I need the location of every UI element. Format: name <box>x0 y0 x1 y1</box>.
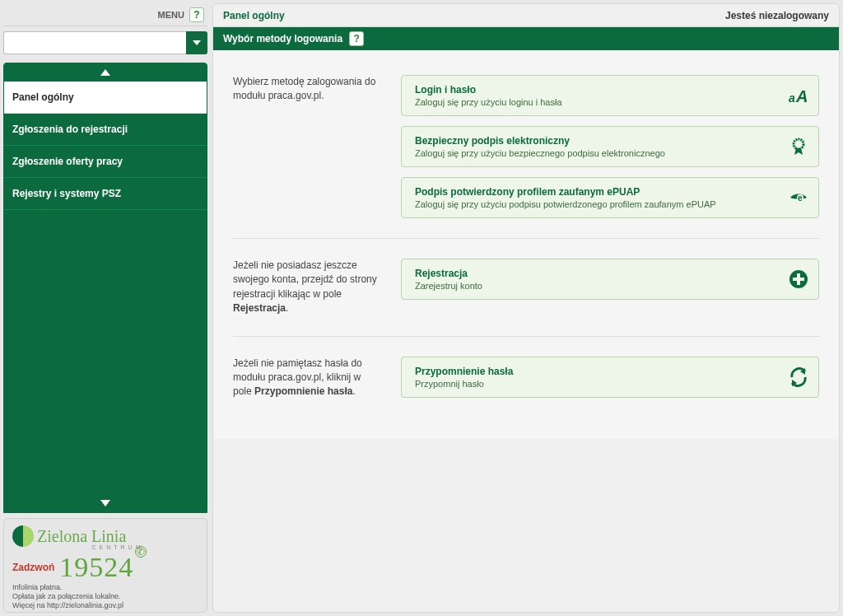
search-dropdown-button[interactable] <box>186 31 207 54</box>
promo-number: 19524✆ <box>59 552 147 583</box>
promo-title: Zielona Linia <box>37 527 126 546</box>
promo-box: Zielona Linia CENTRUM Zadzwoń 19524✆ Inf… <box>3 518 207 613</box>
promo-line3: Więcej na http://zielonalinia.gov.pl <box>12 601 198 610</box>
option-electronic-signature[interactable]: Bezpieczny podpis elektroniczny Zaloguj … <box>401 126 819 167</box>
option-title: Przypomnienie hasła <box>415 366 777 377</box>
refresh-icon <box>789 367 808 387</box>
option-title: Bezpieczny podpis elektroniczny <box>415 135 777 147</box>
top-menu-bar: MENU ? <box>3 3 207 26</box>
section-login-method: Wybierz metodę zalogowania do modułu pra… <box>233 70 819 239</box>
option-subtitle: Przypomnij hasło <box>415 379 777 389</box>
option-register[interactable]: Rejestracja Zarejestruj konto <box>401 259 819 300</box>
promo-call-label: Zadzwoń <box>12 562 54 573</box>
option-subtitle: Zaloguj się przy użyciu bezpiecznego pod… <box>415 148 777 158</box>
help-icon[interactable]: ? <box>189 7 204 22</box>
option-title: Podpis potwierdzony profilem zaufanym eP… <box>415 186 777 198</box>
sidebar-item-panel-ogolny[interactable]: Panel ogólny <box>4 82 207 114</box>
promo-line2: Opłata jak za połączenia lokalne. <box>12 592 198 601</box>
sidebar-nav: Panel ogólny Zgłoszenia do rejestracji Z… <box>3 63 207 513</box>
svg-rect-10 <box>793 278 804 281</box>
svg-text:e: e <box>798 194 803 203</box>
nav-scroll-down[interactable] <box>4 494 207 512</box>
content-subheader: Wybór metody logowania ? <box>213 27 839 50</box>
option-forgot-password[interactable]: Przypomnienie hasła Przypomnij hasło <box>401 357 819 398</box>
plus-circle-icon <box>789 269 808 289</box>
svg-marker-0 <box>193 40 201 45</box>
phone-icon: ✆ <box>135 546 147 558</box>
section-register: Jeżeli nie posiadasz jeszcze swojego kon… <box>233 239 819 337</box>
promo-logo-icon <box>12 525 34 547</box>
section-desc: Jeżeli nie posiadasz jeszcze swojego kon… <box>233 259 381 316</box>
nav-scroll-up[interactable] <box>4 63 207 82</box>
sidebar-item-rejestry-psz[interactable]: Rejestry i systemy PSZ <box>4 178 207 210</box>
option-login-password[interactable]: Login i hasło Zaloguj się przy użyciu lo… <box>401 75 819 116</box>
content-header: Panel ogólny Jesteś niezalogowany <box>213 4 839 27</box>
svg-marker-2 <box>100 500 110 506</box>
help-icon[interactable]: ? <box>349 31 364 46</box>
search-input[interactable] <box>3 31 186 54</box>
option-subtitle: Zarejestruj konto <box>415 281 777 291</box>
svg-text:A: A <box>795 87 808 105</box>
epuap-icon: e <box>789 188 808 208</box>
menu-label[interactable]: MENU <box>158 10 184 20</box>
option-title: Rejestracja <box>415 268 777 279</box>
login-status: Jesteś niezalogowany <box>725 10 829 21</box>
section-desc: Wybierz metodę zalogowania do modułu pra… <box>233 75 381 218</box>
svg-point-5 <box>794 139 803 149</box>
text-size-icon: aA <box>789 86 808 105</box>
svg-marker-1 <box>100 69 110 76</box>
svg-text:a: a <box>789 91 795 105</box>
option-epuap[interactable]: Podpis potwierdzony profilem zaufanym eP… <box>401 177 819 218</box>
section-desc: Jeżeli nie pamiętasz hasła do modułu pra… <box>233 357 381 399</box>
nav-filler <box>4 288 207 495</box>
certificate-icon <box>789 137 808 156</box>
promo-line1: Infolinia płatna. <box>12 583 198 592</box>
sidebar-item-zgloszenie-oferty[interactable]: Zgłoszenie oferty pracy <box>4 146 207 178</box>
section-forgot-password: Jeżeli nie pamiętasz hasła do modułu pra… <box>233 337 819 419</box>
page-title: Panel ogólny <box>223 10 285 21</box>
search-row <box>3 31 207 54</box>
option-title: Login i hasło <box>415 84 777 96</box>
subheader-title: Wybór metody logowania <box>223 33 342 44</box>
option-subtitle: Zaloguj się przy użyciu loginu i hasła <box>415 97 777 107</box>
option-subtitle: Zaloguj się przy użyciu podpisu potwierd… <box>415 199 777 209</box>
sidebar-item-zgloszenia-rejestracji[interactable]: Zgłoszenia do rejestracji <box>4 114 207 146</box>
